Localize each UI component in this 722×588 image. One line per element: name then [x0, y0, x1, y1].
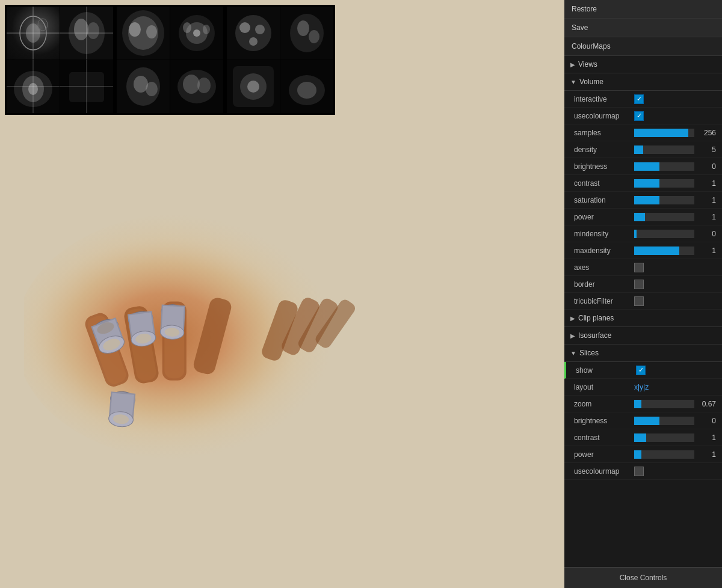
border-row: border [564, 276, 722, 293]
vol-power-slider[interactable] [634, 213, 694, 221]
slices-brightness-slider[interactable] [634, 417, 694, 425]
svg-point-7 [87, 22, 99, 39]
usecolourmap-checkbox[interactable] [634, 111, 644, 121]
ct-thumbnails-panel [5, 5, 335, 115]
svg-point-25 [183, 22, 191, 33]
views-section-header[interactable]: ▶ Views [564, 56, 722, 73]
slices-power-slider[interactable] [634, 450, 694, 459]
ct-cell-3-1[interactable] [227, 7, 280, 60]
saturation-slider[interactable] [634, 196, 694, 204]
slices-brightness-value: 0 [697, 417, 716, 425]
slices-layout-text[interactable]: x|y|z [634, 383, 649, 391]
slices-contrast-fill [634, 433, 646, 442]
maxdensity-value: 1 [697, 247, 716, 255]
slices-usecolourmap-row: usecolourmap [564, 463, 722, 480]
slices-label: Slices [579, 349, 599, 357]
samples-slider[interactable] [634, 129, 694, 137]
slices-show-checkbox[interactable] [636, 366, 646, 375]
slices-layout-row: layout x|y|z [564, 379, 722, 396]
isosurface-arrow: ▶ [570, 332, 575, 339]
vol-brightness-slider[interactable] [634, 162, 694, 171]
slices-usecolourmap-label: usecolourmap [574, 467, 634, 476]
tricubicfilter-value [634, 296, 716, 306]
slices-content: show layout x|y|z zoom 0.67 brightness [564, 362, 722, 480]
slices-power-row: power 1 [564, 446, 722, 463]
ct-cell-2-3[interactable] [117, 60, 170, 113]
interactive-value [634, 94, 716, 104]
ct-cell-2-4[interactable] [170, 60, 223, 113]
axes-checkbox[interactable] [634, 263, 644, 272]
save-button[interactable]: Save [564, 19, 722, 37]
vol-power-value: 1 [697, 213, 716, 221]
ct-group-2 [117, 7, 223, 113]
border-checkbox[interactable] [634, 280, 644, 289]
slices-section-header[interactable]: ▼ Slices [564, 345, 722, 362]
ct-cell-3-3[interactable] [227, 60, 280, 113]
volume-content: interactive usecolourmap samples 256 [564, 91, 722, 310]
clip-planes-section-header[interactable]: ▶ Clip planes [564, 310, 722, 327]
slices-show-value [636, 366, 716, 375]
ct-cell-1-3[interactable] [7, 60, 60, 113]
volume-section-header[interactable]: ▼ Volume [564, 73, 722, 91]
clip-planes-label: Clip planes [578, 314, 614, 322]
svg-point-31 [183, 75, 200, 94]
svg-point-21 [146, 25, 157, 38]
volume-arrow: ▼ [570, 79, 576, 85]
svg-point-42 [247, 81, 259, 93]
svg-point-4 [38, 19, 48, 31]
ct-cell-3-4[interactable] [280, 60, 333, 113]
saturation-label: saturation [574, 196, 634, 204]
ct-cell-3-2[interactable] [280, 7, 333, 60]
close-controls-button[interactable]: Close Controls [564, 567, 722, 588]
vol-contrast-slider-container: 1 [634, 179, 716, 188]
vol-power-row: power 1 [564, 209, 722, 225]
maxdensity-label: maxdensity [574, 247, 634, 255]
vol-brightness-label: brightness [574, 162, 634, 171]
density-slider[interactable] [634, 145, 694, 154]
axes-row: axes [564, 259, 722, 276]
mindensity-label: mindensity [574, 230, 634, 238]
ct-cell-1-4[interactable] [60, 60, 113, 113]
samples-fill [634, 129, 688, 137]
restore-button[interactable]: Restore [564, 0, 722, 19]
mindensity-slider[interactable] [634, 230, 694, 238]
ct-cell-1-2[interactable] [60, 7, 113, 60]
slices-usecolourmap-checkbox[interactable] [634, 467, 644, 476]
slices-brightness-row: brightness 0 [564, 412, 722, 429]
maxdensity-slider[interactable] [634, 247, 694, 255]
ct-cell-2-2[interactable] [170, 7, 223, 60]
svg-point-34 [239, 22, 250, 33]
svg-point-6 [74, 19, 88, 40]
saturation-slider-container: 1 [634, 196, 716, 204]
svg-point-38 [297, 20, 309, 36]
ct-cell-2-1[interactable] [117, 7, 170, 60]
slices-contrast-slider[interactable] [634, 433, 694, 442]
slices-show-row: show [564, 362, 722, 379]
ct-cell-1-1[interactable] [7, 7, 60, 60]
foot-render-area [24, 120, 384, 540]
slices-contrast-row: contrast 1 [564, 429, 722, 446]
density-fill [634, 145, 643, 154]
density-slider-container: 5 [634, 145, 716, 154]
vol-brightness-slider-container: 0 [634, 162, 716, 171]
maxdensity-slider-container: 1 [634, 247, 716, 255]
interactive-checkbox[interactable] [634, 94, 644, 104]
svg-point-24 [193, 29, 200, 37]
mindensity-value: 0 [697, 230, 716, 238]
saturation-value: 1 [697, 196, 716, 204]
vol-contrast-fill [634, 179, 659, 188]
bone-section-2 [128, 310, 156, 348]
colourmaps-button[interactable]: ColourMaps [564, 37, 722, 56]
slices-zoom-slider[interactable] [634, 400, 694, 408]
bone-section-3 [160, 304, 185, 340]
tricubicfilter-checkbox[interactable] [634, 296, 644, 306]
slices-contrast-slider-container: 1 [634, 433, 716, 442]
maxdensity-fill [634, 247, 679, 255]
isosurface-section-header[interactable]: ▶ Isosurface [564, 327, 722, 345]
density-label: density [574, 145, 634, 154]
svg-point-36 [249, 37, 258, 46]
vol-contrast-slider[interactable] [634, 179, 694, 188]
slices-layout-label: layout [574, 383, 634, 391]
interactive-row: interactive [564, 91, 722, 108]
usecolourmap-label: usecolourmap [574, 112, 634, 120]
